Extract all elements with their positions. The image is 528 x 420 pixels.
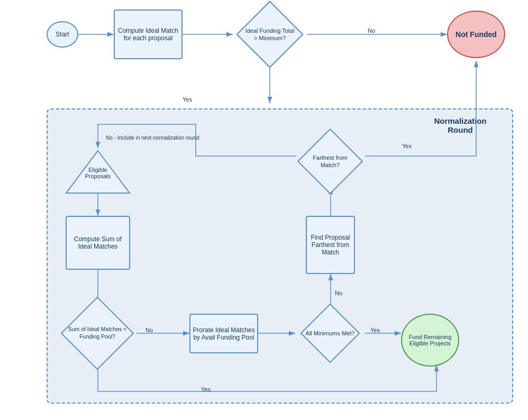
fund-remaining-label: Fund Remaining Eligible Projects <box>402 334 458 346</box>
all-minimums-label: All Minimums Met? <box>304 330 357 337</box>
prorate-label: Prorate Ideal Matches by Avail Funding P… <box>190 326 257 341</box>
find-proposal-label: Find Proposal Farthest from Match <box>307 234 354 256</box>
compute-ideal-node: Compute Ideal Match for each proposal <box>114 10 183 59</box>
no-include-label: No - Include in next normalization round <box>106 135 199 141</box>
start-label: Start <box>56 31 69 38</box>
ideal-funding-label: Ideal Funding Total > Minimum? <box>243 27 296 42</box>
farthest-decision-wrap: Farthest from Match? <box>295 135 365 188</box>
compute-sum-node: Compute Sum of Ideal Matches <box>66 216 130 270</box>
farthest-label: Farthest from Match? <box>304 154 357 169</box>
no-prorate-label: No <box>145 327 153 333</box>
no-not-funded-label: No <box>368 28 375 34</box>
no-find-label: No <box>335 290 342 296</box>
find-proposal-node: Find Proposal Farthest from Match <box>306 216 355 274</box>
not-funded-node: Not Funded <box>447 11 505 58</box>
all-minimums-wrap: All Minimums Met? <box>295 312 365 354</box>
start-node: Start <box>47 21 78 48</box>
fund-remaining-node: Fund Remaining Eligible Projects <box>401 314 459 367</box>
eligible-proposals-svg: EligibleProposals <box>63 148 132 196</box>
compute-sum-label: Compute Sum of Ideal Matches <box>67 235 129 250</box>
sum-decision-label: Sum of Ideal Matches < Funding Pool? <box>66 326 129 340</box>
not-funded-label: Not Funded <box>456 30 497 39</box>
compute-ideal-label: Compute Ideal Match for each proposal <box>115 27 181 42</box>
sum-decision-wrap: Sum of Ideal Matches < Funding Pool? <box>58 306 136 361</box>
yes-down-label: Yes <box>183 96 192 103</box>
diagram: NormalizationRound <box>0 0 528 420</box>
yes-norm-label: Yes <box>402 143 412 149</box>
prorate-node: Prorate Ideal Matches by Avail Funding P… <box>189 314 258 353</box>
yes-fund-label: Yes <box>370 327 380 333</box>
yes-bottom-label: Yes <box>201 386 211 392</box>
ideal-funding-decision-wrap: Ideal Funding Total > Minimum? <box>233 10 307 59</box>
